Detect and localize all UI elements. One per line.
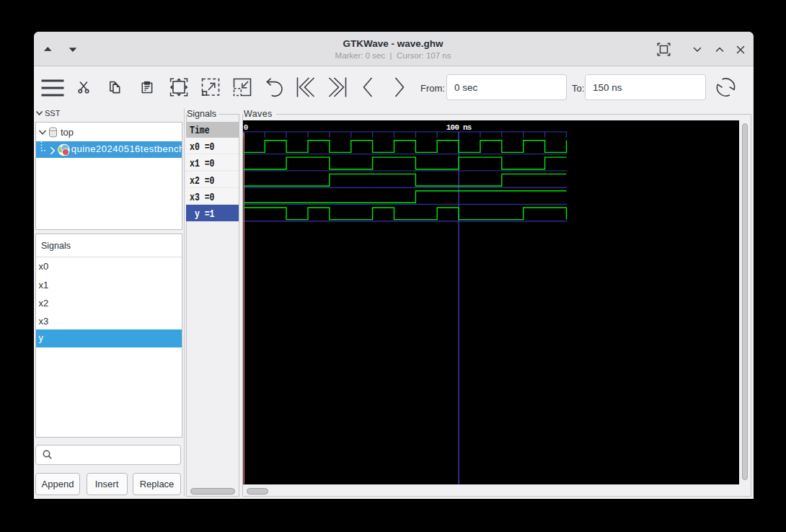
svg-text:0: 0 — [244, 123, 248, 132]
svg-text:100 ns: 100 ns — [446, 123, 472, 132]
